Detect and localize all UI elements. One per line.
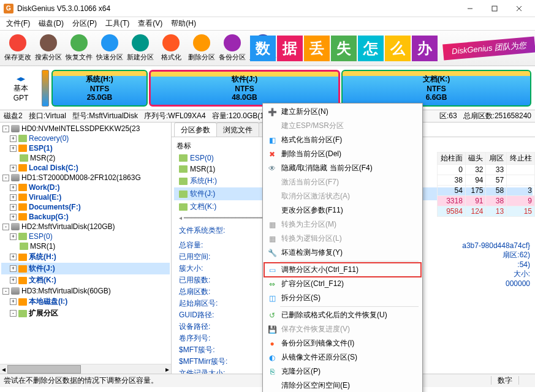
partition-icon [20,243,28,250]
partition-block[interactable]: 软件(J:)NTFS48.0GB [149,70,340,107]
tree-expander[interactable]: + [10,277,17,284]
menu-icon: ✖ [267,149,278,160]
tree-label: Local Disk(C:) [29,164,78,172]
menu-item[interactable]: 工具(T) [102,17,133,30]
tree-partition-node[interactable]: +Documents(F:) [1,202,170,212]
toolbar-button[interactable]: 快速分区 [94,32,125,65]
tree-partition-node[interactable]: +系统(H:) [1,251,170,263]
menu-label: 扩容分区(Ctrl_F12) [281,279,344,289]
menu-item[interactable]: 帮助(H) [167,17,200,30]
toolbar-icon [224,34,241,51]
context-menu-item[interactable]: ➕建立新分区(N) [264,105,421,119]
context-menu-item[interactable]: 清除分区空闲空间(E) [264,379,421,392]
tree-partition-node[interactable]: +Recovery(0) [1,134,170,143]
menu-item[interactable]: 文件(F) [2,17,34,30]
toolbar-button[interactable]: 格式化 [156,32,186,65]
tree-partition-node[interactable]: +Work(D:) [1,183,170,192]
tree-expander[interactable]: - [2,126,9,132]
tree-partition-node[interactable]: MSR(1) [1,241,170,251]
tree-partition-node[interactable]: +软件(J:) [1,263,170,274]
partition-icon [179,165,188,173]
menubar: 文件(F)磁盘(D)分区(P)工具(T)查看(V)帮助(H) [0,17,535,31]
context-menu-item[interactable]: ⎘克隆分区(P) [264,364,421,379]
menu-item[interactable]: 磁盘(D) [35,17,67,30]
menu-item[interactable]: 查看(V) [134,17,166,30]
tree-disk-node[interactable]: -HD0:NVMeINTELSSDPEKKW25(23 [1,124,170,134]
context-menu-item[interactable]: ●备份分区到镜像文件(I) [264,336,421,350]
tree-partition-node[interactable]: +ESP(0) [1,232,170,241]
tree-expander[interactable]: + [10,135,17,142]
tree-h-scrollbar[interactable]: ◂ ▸ [0,364,171,374]
tree-expander[interactable]: + [10,233,17,240]
tree-label: 扩展分区 [29,308,58,318]
tree-expander[interactable]: + [10,298,17,305]
tree-expander[interactable]: - [2,175,9,181]
tree-label: Documents(F:) [29,203,81,211]
close-button[interactable] [507,2,531,15]
window-title: DiskGenius V5.3.0.1066 x64 [17,4,458,13]
context-menu-item[interactable]: ▭调整分区大小(Ctrl_F11) [264,263,421,277]
tree-expander[interactable]: + [10,165,17,172]
disk-tree[interactable]: -HD0:NVMeINTELSSDPEKKW25(23+Recovery(0)+… [0,123,171,364]
context-menu-item[interactable]: ◐从镜像文件还原分区(S) [264,350,421,364]
tree-partition-node[interactable]: -扩展分区 [1,307,170,319]
maximize-button[interactable] [482,2,507,15]
tree-partition-node[interactable]: +文档(K:) [1,274,170,286]
context-menu-item[interactable]: ◧格式化当前分区(F) [264,133,421,147]
toolbar-button[interactable]: 删除分区 [186,32,217,65]
banner-block: 么 [385,36,411,61]
tree-expander[interactable]: - [10,310,17,317]
toolbar-icon [9,34,26,51]
context-menu-item: 建立ESP/MSR分区 [264,119,421,133]
context-menu-item[interactable]: ↺已删除或格式化后的文件恢复(U) [264,308,421,322]
tab[interactable]: 分区参数 [174,123,217,137]
minimize-button[interactable] [458,2,482,15]
table-row: 54175583 [438,186,535,196]
partition-block[interactable]: 系统(H:)NTFS25.0GB [51,70,148,107]
tree-partition-node[interactable]: +Backup(G:) [1,212,170,222]
tree-disk-node[interactable]: -HD1:ST2000DM008-2FR102(1863G [1,173,170,183]
tree-expander[interactable]: + [10,254,17,260]
nav-arrows[interactable]: ◂▸ [2,74,39,83]
tree-expander[interactable]: + [10,194,17,201]
tree-partition-node[interactable]: +Local Disk(C:) [1,163,170,173]
partition-icon [18,254,27,261]
menu-label: 更改分区参数(F11) [281,205,343,216]
disk-basic-info: ◂▸ 基本 GPT [2,74,39,102]
menu-item[interactable]: 分区(P) [69,17,101,30]
tree-partition-node[interactable]: +ESP(1) [1,143,170,153]
context-menu-item[interactable]: 👁隐藏/取消隐藏 当前分区(F4) [264,161,421,175]
tree-expander[interactable]: - [2,224,9,230]
tree-label: HD1:ST2000DM008-2FR102(1863G [21,173,141,182]
toolbar-button[interactable]: 搜索分区 [33,32,64,65]
tree-partition-node[interactable]: MSR(2) [1,153,170,163]
context-menu-item[interactable]: 🔧坏道检测与修复(Y) [264,246,421,260]
toolbar-button[interactable]: 恢复文件 [64,32,94,65]
menu-icon: ↺ [267,310,278,321]
context-menu-item[interactable]: ◫拆分分区(S) [264,291,421,305]
tree-expander[interactable]: + [10,145,17,152]
toolbar-button[interactable]: 新建分区 [125,32,156,65]
tab[interactable]: 浏览文件 [216,123,259,137]
table-row: 95841241315 [438,206,535,217]
tree-disk-node[interactable]: -HD2:MsftVirtualDisk(120GB) [1,222,170,232]
tree-disk-node[interactable]: -HD3:MsftVirtualDisk(60GB) [1,286,170,296]
tree-partition-node[interactable]: +Virual(E:) [1,192,170,202]
tree-partition-node[interactable]: +本地磁盘(I:) [1,296,170,307]
tree-expander[interactable]: + [10,204,17,211]
menu-label: 从镜像文件还原分区(S) [281,352,357,363]
toolbar-label: 新建分区 [127,53,154,62]
context-menu-item[interactable]: ⇔扩容分区(Ctrl_F12) [264,277,421,291]
tree-expander[interactable]: + [10,265,17,272]
tree-expander[interactable]: - [2,288,9,295]
geometry-table: 始柱面磁头扇区终止柱032333894575417558333189138995… [437,152,535,217]
toolbar-button[interactable]: 备份分区 [217,32,248,65]
partition-icon [179,203,188,211]
tree-expander[interactable]: + [10,184,17,191]
context-menu-item[interactable]: 更改分区参数(F11) [264,203,421,217]
context-menu-item[interactable]: ✖删除当前分区(Del) [264,147,421,161]
toolbar-button[interactable]: 保存更改 [2,32,33,65]
partition-icon [18,164,27,172]
partition-block[interactable]: 文档(K:)NTFS6.6GB [341,70,531,107]
tree-expander[interactable]: + [10,214,17,221]
